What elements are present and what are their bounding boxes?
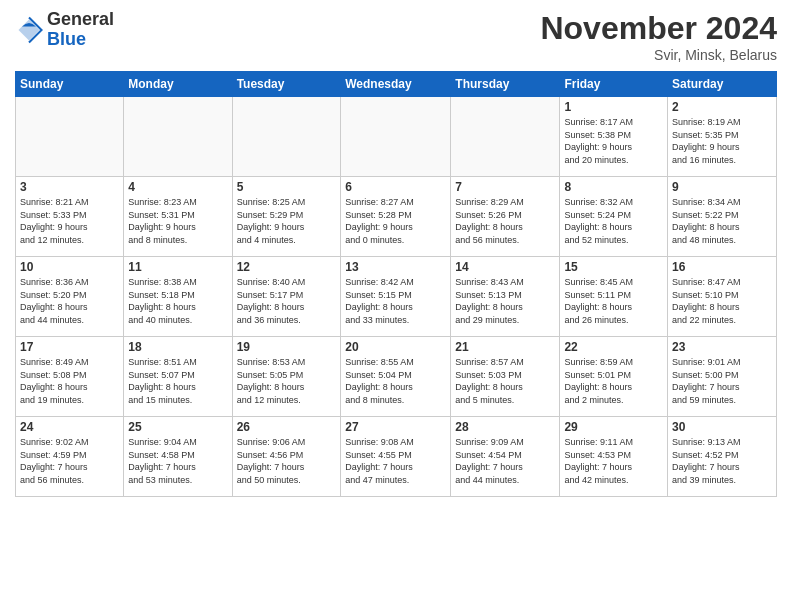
calendar-cell: 15Sunrise: 8:45 AM Sunset: 5:11 PM Dayli… <box>560 257 668 337</box>
day-number: 23 <box>672 340 772 354</box>
day-info: Sunrise: 8:42 AM Sunset: 5:15 PM Dayligh… <box>345 276 446 326</box>
calendar-cell: 29Sunrise: 9:11 AM Sunset: 4:53 PM Dayli… <box>560 417 668 497</box>
calendar-cell <box>341 97 451 177</box>
calendar-cell <box>232 97 341 177</box>
calendar-cell: 5Sunrise: 8:25 AM Sunset: 5:29 PM Daylig… <box>232 177 341 257</box>
day-info: Sunrise: 8:45 AM Sunset: 5:11 PM Dayligh… <box>564 276 663 326</box>
calendar-week-2: 10Sunrise: 8:36 AM Sunset: 5:20 PM Dayli… <box>16 257 777 337</box>
day-info: Sunrise: 8:19 AM Sunset: 5:35 PM Dayligh… <box>672 116 772 166</box>
calendar-cell: 25Sunrise: 9:04 AM Sunset: 4:58 PM Dayli… <box>124 417 232 497</box>
calendar-cell: 19Sunrise: 8:53 AM Sunset: 5:05 PM Dayli… <box>232 337 341 417</box>
weekday-header-row: SundayMondayTuesdayWednesdayThursdayFrid… <box>16 72 777 97</box>
day-info: Sunrise: 8:23 AM Sunset: 5:31 PM Dayligh… <box>128 196 227 246</box>
weekday-header-saturday: Saturday <box>668 72 777 97</box>
page-container: General Blue November 2024 Svir, Minsk, … <box>0 0 792 507</box>
day-number: 20 <box>345 340 446 354</box>
day-info: Sunrise: 8:55 AM Sunset: 5:04 PM Dayligh… <box>345 356 446 406</box>
day-info: Sunrise: 8:53 AM Sunset: 5:05 PM Dayligh… <box>237 356 337 406</box>
calendar-cell: 30Sunrise: 9:13 AM Sunset: 4:52 PM Dayli… <box>668 417 777 497</box>
calendar-cell: 16Sunrise: 8:47 AM Sunset: 5:10 PM Dayli… <box>668 257 777 337</box>
calendar-cell <box>451 97 560 177</box>
day-number: 25 <box>128 420 227 434</box>
day-info: Sunrise: 8:27 AM Sunset: 5:28 PM Dayligh… <box>345 196 446 246</box>
day-number: 27 <box>345 420 446 434</box>
day-info: Sunrise: 9:06 AM Sunset: 4:56 PM Dayligh… <box>237 436 337 486</box>
logo-general-text: General <box>47 10 114 30</box>
calendar-cell: 28Sunrise: 9:09 AM Sunset: 4:54 PM Dayli… <box>451 417 560 497</box>
day-number: 9 <box>672 180 772 194</box>
day-info: Sunrise: 8:25 AM Sunset: 5:29 PM Dayligh… <box>237 196 337 246</box>
day-number: 18 <box>128 340 227 354</box>
day-info: Sunrise: 8:32 AM Sunset: 5:24 PM Dayligh… <box>564 196 663 246</box>
calendar-week-4: 24Sunrise: 9:02 AM Sunset: 4:59 PM Dayli… <box>16 417 777 497</box>
day-number: 26 <box>237 420 337 434</box>
day-number: 10 <box>20 260 119 274</box>
page-header: General Blue November 2024 Svir, Minsk, … <box>15 10 777 63</box>
weekday-header-sunday: Sunday <box>16 72 124 97</box>
day-info: Sunrise: 8:59 AM Sunset: 5:01 PM Dayligh… <box>564 356 663 406</box>
calendar-cell: 21Sunrise: 8:57 AM Sunset: 5:03 PM Dayli… <box>451 337 560 417</box>
day-info: Sunrise: 8:17 AM Sunset: 5:38 PM Dayligh… <box>564 116 663 166</box>
day-number: 22 <box>564 340 663 354</box>
calendar-header: SundayMondayTuesdayWednesdayThursdayFrid… <box>16 72 777 97</box>
day-info: Sunrise: 8:34 AM Sunset: 5:22 PM Dayligh… <box>672 196 772 246</box>
day-info: Sunrise: 8:57 AM Sunset: 5:03 PM Dayligh… <box>455 356 555 406</box>
location-text: Svir, Minsk, Belarus <box>540 47 777 63</box>
calendar-cell <box>124 97 232 177</box>
logo-icon <box>15 16 43 44</box>
day-number: 21 <box>455 340 555 354</box>
day-number: 2 <box>672 100 772 114</box>
logo: General Blue <box>15 10 114 50</box>
calendar-cell: 26Sunrise: 9:06 AM Sunset: 4:56 PM Dayli… <box>232 417 341 497</box>
weekday-header-wednesday: Wednesday <box>341 72 451 97</box>
calendar-cell: 4Sunrise: 8:23 AM Sunset: 5:31 PM Daylig… <box>124 177 232 257</box>
day-info: Sunrise: 8:51 AM Sunset: 5:07 PM Dayligh… <box>128 356 227 406</box>
calendar-cell: 14Sunrise: 8:43 AM Sunset: 5:13 PM Dayli… <box>451 257 560 337</box>
day-info: Sunrise: 8:29 AM Sunset: 5:26 PM Dayligh… <box>455 196 555 246</box>
day-info: Sunrise: 9:13 AM Sunset: 4:52 PM Dayligh… <box>672 436 772 486</box>
calendar-cell: 7Sunrise: 8:29 AM Sunset: 5:26 PM Daylig… <box>451 177 560 257</box>
day-info: Sunrise: 8:40 AM Sunset: 5:17 PM Dayligh… <box>237 276 337 326</box>
calendar-cell: 1Sunrise: 8:17 AM Sunset: 5:38 PM Daylig… <box>560 97 668 177</box>
day-info: Sunrise: 8:47 AM Sunset: 5:10 PM Dayligh… <box>672 276 772 326</box>
calendar-cell: 17Sunrise: 8:49 AM Sunset: 5:08 PM Dayli… <box>16 337 124 417</box>
day-info: Sunrise: 9:01 AM Sunset: 5:00 PM Dayligh… <box>672 356 772 406</box>
day-number: 13 <box>345 260 446 274</box>
day-info: Sunrise: 8:36 AM Sunset: 5:20 PM Dayligh… <box>20 276 119 326</box>
day-info: Sunrise: 8:43 AM Sunset: 5:13 PM Dayligh… <box>455 276 555 326</box>
calendar-cell: 22Sunrise: 8:59 AM Sunset: 5:01 PM Dayli… <box>560 337 668 417</box>
calendar-cell: 6Sunrise: 8:27 AM Sunset: 5:28 PM Daylig… <box>341 177 451 257</box>
logo-blue-text: Blue <box>47 30 114 50</box>
day-number: 19 <box>237 340 337 354</box>
day-info: Sunrise: 9:02 AM Sunset: 4:59 PM Dayligh… <box>20 436 119 486</box>
day-number: 24 <box>20 420 119 434</box>
day-number: 15 <box>564 260 663 274</box>
calendar-cell: 2Sunrise: 8:19 AM Sunset: 5:35 PM Daylig… <box>668 97 777 177</box>
calendar-cell: 18Sunrise: 8:51 AM Sunset: 5:07 PM Dayli… <box>124 337 232 417</box>
day-number: 1 <box>564 100 663 114</box>
calendar-week-0: 1Sunrise: 8:17 AM Sunset: 5:38 PM Daylig… <box>16 97 777 177</box>
day-number: 3 <box>20 180 119 194</box>
month-title: November 2024 <box>540 10 777 47</box>
day-number: 8 <box>564 180 663 194</box>
calendar-cell: 3Sunrise: 8:21 AM Sunset: 5:33 PM Daylig… <box>16 177 124 257</box>
weekday-header-tuesday: Tuesday <box>232 72 341 97</box>
day-number: 11 <box>128 260 227 274</box>
weekday-header-friday: Friday <box>560 72 668 97</box>
calendar-cell: 24Sunrise: 9:02 AM Sunset: 4:59 PM Dayli… <box>16 417 124 497</box>
calendar-week-3: 17Sunrise: 8:49 AM Sunset: 5:08 PM Dayli… <box>16 337 777 417</box>
calendar-table: SundayMondayTuesdayWednesdayThursdayFrid… <box>15 71 777 497</box>
day-info: Sunrise: 8:49 AM Sunset: 5:08 PM Dayligh… <box>20 356 119 406</box>
calendar-week-1: 3Sunrise: 8:21 AM Sunset: 5:33 PM Daylig… <box>16 177 777 257</box>
day-number: 7 <box>455 180 555 194</box>
weekday-header-monday: Monday <box>124 72 232 97</box>
calendar-cell: 27Sunrise: 9:08 AM Sunset: 4:55 PM Dayli… <box>341 417 451 497</box>
day-number: 14 <box>455 260 555 274</box>
day-number: 12 <box>237 260 337 274</box>
day-number: 28 <box>455 420 555 434</box>
calendar-body: 1Sunrise: 8:17 AM Sunset: 5:38 PM Daylig… <box>16 97 777 497</box>
calendar-cell: 23Sunrise: 9:01 AM Sunset: 5:00 PM Dayli… <box>668 337 777 417</box>
day-info: Sunrise: 9:11 AM Sunset: 4:53 PM Dayligh… <box>564 436 663 486</box>
day-number: 17 <box>20 340 119 354</box>
calendar-cell: 13Sunrise: 8:42 AM Sunset: 5:15 PM Dayli… <box>341 257 451 337</box>
